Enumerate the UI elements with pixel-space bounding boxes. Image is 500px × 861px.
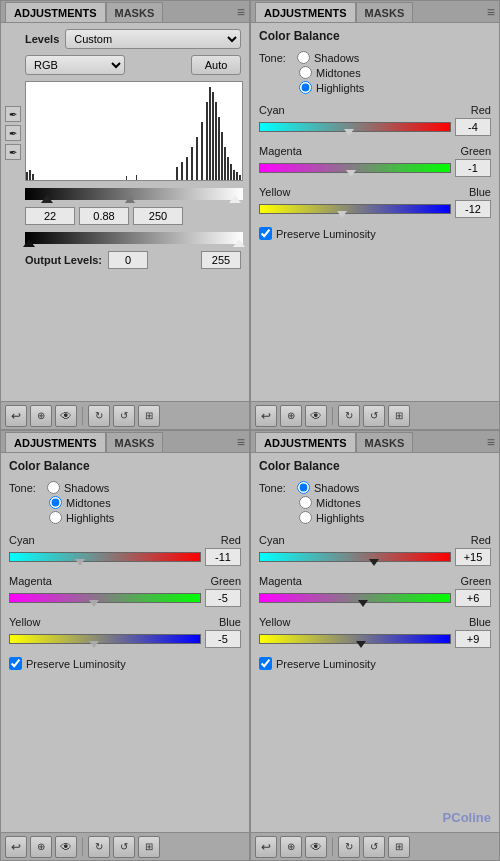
yellow-value-tr[interactable] — [455, 200, 491, 218]
yellow-value-br[interactable] — [455, 630, 491, 648]
tab-masks-br[interactable]: MASKS — [356, 432, 414, 452]
toolbar-btn-br-4[interactable]: ↺ — [363, 836, 385, 858]
toolbar-btn-br-eye[interactable]: 👁 — [305, 836, 327, 858]
tab-adjustments-br[interactable]: ADJUSTMENTS — [255, 432, 356, 452]
cyan-value-br[interactable] — [455, 548, 491, 566]
toolbar-btn-tr-2[interactable]: ⊕ — [280, 405, 302, 427]
toolbar-btn-1[interactable]: ↩ — [5, 405, 27, 427]
output-shadow-input[interactable] — [108, 251, 148, 269]
radio-midtones-bl[interactable] — [49, 496, 62, 509]
output-highlight-triangle[interactable] — [233, 239, 245, 247]
panel-menu-icon-tr[interactable]: ≡ — [487, 4, 495, 20]
toolbar-btn-bl-1[interactable]: ↩ — [5, 836, 27, 858]
output-levels-slider[interactable] — [25, 229, 243, 247]
tab-adjustments-tl[interactable]: ADJUSTMENTS — [5, 2, 106, 22]
toolbar-btn-bl-5[interactable]: ⊞ — [138, 836, 160, 858]
toolbar-btn-tr-eye[interactable]: 👁 — [305, 405, 327, 427]
preserve-checkbox-bl[interactable] — [9, 657, 22, 670]
tone-shadows-br: Shadows — [314, 482, 359, 494]
preserve-checkbox-tr[interactable] — [259, 227, 272, 240]
toolbar-btn-bl-4[interactable]: ↺ — [113, 836, 135, 858]
gamma-input[interactable] — [79, 207, 129, 225]
radio-highlights-tr[interactable] — [299, 81, 312, 94]
highlight-input[interactable] — [133, 207, 183, 225]
levels-preset-select[interactable]: Custom — [65, 29, 241, 49]
toolbar-btn-br-1[interactable]: ↩ — [255, 836, 277, 858]
radio-midtones-tr[interactable] — [299, 66, 312, 79]
cyan-red-track-br[interactable] — [259, 552, 451, 562]
tab-adjustments-bl[interactable]: ADJUSTMENTS — [5, 432, 106, 452]
eyedropper-midtone[interactable]: ✒ — [5, 125, 21, 141]
panel-menu-icon-bl[interactable]: ≡ — [237, 434, 245, 450]
eyedropper-tools: ✒ ✒ ✒ — [5, 106, 21, 160]
eyedropper-highlight[interactable]: ✒ — [5, 144, 21, 160]
toolbar-btn-2[interactable]: ⊕ — [30, 405, 52, 427]
toolbar-btn-3[interactable]: ↻ — [88, 405, 110, 427]
toolbar-btn-tr-4[interactable]: ↺ — [363, 405, 385, 427]
magenta-green-track-tr[interactable] — [259, 163, 451, 173]
cyan-red-thumb-br[interactable] — [369, 559, 379, 566]
cyan-red-thumb-bl[interactable] — [75, 559, 85, 566]
radio-midtones-br[interactable] — [299, 496, 312, 509]
yellow-blue-track-tr[interactable] — [259, 204, 451, 214]
yellow-blue-thumb-br[interactable] — [356, 641, 366, 648]
toolbar-btn-bl-2[interactable]: ⊕ — [30, 836, 52, 858]
magenta-green-thumb-bl[interactable] — [89, 600, 99, 607]
radio-shadows-tr[interactable] — [297, 51, 310, 64]
radio-shadows-br[interactable] — [297, 481, 310, 494]
magenta-green-track-bl[interactable] — [9, 593, 201, 603]
yellow-blue-section-bl: Yellow Blue — [9, 616, 241, 649]
input-levels-slider[interactable] — [25, 185, 243, 203]
cyan-red-track-tr[interactable] — [259, 122, 451, 132]
yellow-blue-section-br: Yellow Blue — [259, 616, 491, 649]
tab-adjustments-tr[interactable]: ADJUSTMENTS — [255, 2, 356, 22]
yellow-blue-track-bl[interactable] — [9, 634, 201, 644]
cyan-value-bl[interactable] — [205, 548, 241, 566]
magenta-green-thumb-br[interactable] — [358, 600, 368, 607]
channel-select[interactable]: RGB — [25, 55, 125, 75]
tab-masks-tl[interactable]: MASKS — [106, 2, 164, 22]
toolbar-btn-tr-5[interactable]: ⊞ — [388, 405, 410, 427]
cyan-value-tr[interactable] — [455, 118, 491, 136]
yellow-value-bl[interactable] — [205, 630, 241, 648]
magenta-green-thumb-tr[interactable] — [346, 170, 356, 177]
radio-highlights-bl[interactable] — [49, 511, 62, 524]
toolbar-btn-br-2[interactable]: ⊕ — [280, 836, 302, 858]
toolbar-btn-bl-eye[interactable]: 👁 — [55, 836, 77, 858]
gamma-triangle[interactable] — [125, 195, 135, 203]
svg-rect-18 — [227, 157, 229, 180]
cyan-red-track-bl[interactable] — [9, 552, 201, 562]
panel-menu-icon-br[interactable]: ≡ — [487, 434, 495, 450]
toolbar-btn-eye[interactable]: 👁 — [55, 405, 77, 427]
toolbar-btn-tr-1[interactable]: ↩ — [255, 405, 277, 427]
magenta-green-track-br[interactable] — [259, 593, 451, 603]
shadow-input-triangle[interactable] — [41, 195, 53, 203]
radio-highlights-br[interactable] — [299, 511, 312, 524]
magenta-value-tr[interactable] — [455, 159, 491, 177]
highlight-input-triangle[interactable] — [229, 195, 241, 203]
cyan-red-thumb-tr[interactable] — [344, 129, 354, 136]
shadow-input[interactable] — [25, 207, 75, 225]
yellow-blue-thumb-bl[interactable] — [89, 641, 99, 648]
preserve-checkbox-br[interactable] — [259, 657, 272, 670]
output-highlight-input[interactable] — [201, 251, 241, 269]
output-shadow-triangle[interactable] — [23, 239, 35, 247]
toolbar-btn-br-5[interactable]: ⊞ — [388, 836, 410, 858]
panel-menu-icon-tl[interactable]: ≡ — [237, 4, 245, 20]
yellow-blue-track-br[interactable] — [259, 634, 451, 644]
tab-masks-tr[interactable]: MASKS — [356, 2, 414, 22]
tab-masks-bl[interactable]: MASKS — [106, 432, 164, 452]
toolbar-btn-5[interactable]: ⊞ — [138, 405, 160, 427]
radio-shadows-bl[interactable] — [47, 481, 60, 494]
auto-button[interactable]: Auto — [191, 55, 241, 75]
eyedropper-shadow[interactable]: ✒ — [5, 106, 21, 122]
yellow-blue-thumb-tr[interactable] — [337, 211, 347, 218]
toolbar-btn-br-3[interactable]: ↻ — [338, 836, 360, 858]
toolbar-btn-tr-3[interactable]: ↻ — [338, 405, 360, 427]
magenta-green-section-br: Magenta Green — [259, 575, 491, 608]
histogram — [25, 81, 243, 181]
toolbar-btn-bl-3[interactable]: ↻ — [88, 836, 110, 858]
magenta-value-bl[interactable] — [205, 589, 241, 607]
toolbar-btn-4[interactable]: ↺ — [113, 405, 135, 427]
magenta-value-br[interactable] — [455, 589, 491, 607]
